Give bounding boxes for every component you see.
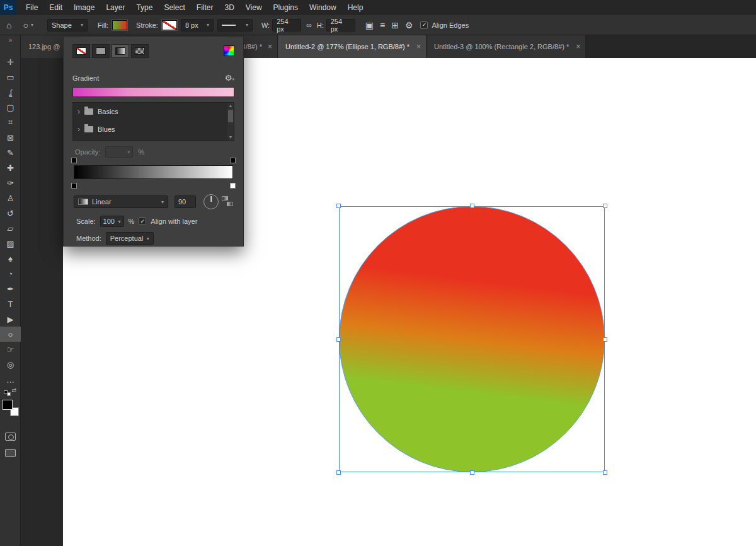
path-operations-icon[interactable]: ▣ (365, 20, 374, 30)
gear-icon[interactable]: ⚙ (405, 20, 413, 30)
scroll-down-icon[interactable]: ▼ (227, 134, 234, 141)
blur-tool[interactable]: ♠ (0, 251, 21, 266)
gradient-style-select[interactable]: Linear ▾ (74, 195, 168, 208)
color-picker-icon[interactable] (224, 45, 234, 56)
history-brush-tool[interactable]: ↺ (0, 206, 21, 221)
lasso-tool[interactable]: ʆ (0, 84, 21, 100)
scrollbar[interactable]: ▲ ▼ (227, 103, 234, 141)
handle-middle-left[interactable] (336, 337, 341, 342)
menu-plugins[interactable]: Plugins (268, 0, 304, 15)
type-tool[interactable]: T (0, 296, 21, 311)
tool-preset-ellipse-icon[interactable]: ○ (23, 20, 28, 30)
tool-mode-select[interactable]: Shape ▾ (47, 19, 88, 32)
path-selection-tool[interactable]: ▶ (0, 311, 21, 327)
menu-image[interactable]: Image (68, 0, 100, 15)
reverse-gradient-icon[interactable] (222, 196, 233, 206)
pattern-button[interactable] (131, 44, 149, 58)
foreground-color-swatch[interactable] (3, 400, 13, 410)
close-icon[interactable]: × (268, 42, 272, 51)
menu-view[interactable]: View (240, 0, 268, 15)
stroke-width-select[interactable]: 8 px ▾ (181, 19, 214, 32)
clone-stamp-tool[interactable]: ♙ (0, 190, 21, 206)
object-selection-tool[interactable]: ▢ (0, 100, 21, 115)
handle-middle-right[interactable] (603, 337, 607, 342)
foreground-background-swatches[interactable] (3, 400, 19, 416)
swap-colors-icon[interactable]: ⇄ (4, 388, 16, 396)
fill-swatch[interactable] (112, 20, 127, 30)
solid-color-icon (96, 47, 106, 55)
ellipse-tool[interactable]: ○ (0, 327, 21, 342)
tab-untitled-2[interactable]: Untitled-2 @ 177% (Ellipse 1, RGB/8#) * … (278, 35, 427, 58)
handle-bottom-right[interactable] (603, 470, 607, 475)
scale-field[interactable]: 100 ▾ (100, 216, 124, 227)
color-stop-left[interactable] (71, 183, 77, 189)
align-with-layer-checkbox[interactable]: ✓ (139, 218, 146, 225)
path-arrangement-icon[interactable]: ⊞ (391, 20, 399, 30)
align-edges-checkbox[interactable]: ✓ (420, 21, 428, 29)
gradient-settings-gear-icon[interactable]: ⚙▾ (225, 73, 234, 83)
align-with-layer-label: Align with layer (151, 218, 197, 225)
gradient-tool[interactable]: ▨ (0, 236, 21, 251)
opacity-stop-right[interactable] (230, 158, 236, 163)
gradient-preset-list: › Basics › Blues ▲ ▼ (72, 102, 234, 141)
width-field[interactable]: 254 px (272, 19, 301, 32)
menu-file[interactable]: File (20, 0, 43, 15)
chevron-down-icon: ▾ (161, 199, 164, 205)
rectangular-marquee-tool[interactable]: ▭ (0, 69, 21, 84)
scroll-up-icon[interactable]: ▲ (227, 103, 234, 109)
gradient-fill-icon (115, 47, 125, 55)
close-icon[interactable]: × (416, 42, 421, 51)
hand-tool[interactable]: ☞ (0, 342, 21, 357)
opacity-field[interactable]: ▾ (105, 146, 133, 158)
solid-color-button[interactable] (92, 44, 110, 58)
menu-layer[interactable]: Layer (100, 0, 130, 15)
toolbar-collapse-icon[interactable]: » (0, 37, 21, 44)
current-gradient-preview[interactable] (72, 87, 234, 97)
tab-untitled-3[interactable]: Untitled-3 @ 100% (Rectangle 2, RGB/8#) … (427, 35, 586, 58)
preset-folder-basics[interactable]: › Basics (73, 103, 234, 120)
brush-tool[interactable]: ✑ (0, 175, 21, 190)
menu-window[interactable]: Window (304, 0, 342, 15)
menu-type[interactable]: Type (130, 0, 158, 15)
method-select[interactable]: Perceptual ▾ (106, 232, 154, 245)
path-alignment-icon[interactable]: ≡ (380, 20, 385, 30)
menu-help[interactable]: Help (342, 0, 369, 15)
handle-top-right[interactable] (603, 204, 607, 208)
handle-top-left[interactable] (336, 204, 341, 208)
color-stop-right[interactable] (230, 183, 236, 189)
stroke-style-select[interactable]: ▾ (217, 19, 253, 32)
handle-top-middle[interactable] (470, 204, 474, 208)
link-dimensions-icon[interactable]: ∞ (306, 21, 312, 30)
quick-mask-icon[interactable] (5, 433, 16, 441)
menu-3d[interactable]: 3D (219, 0, 239, 15)
close-icon[interactable]: × (576, 42, 580, 51)
no-color-button[interactable] (72, 44, 90, 58)
opacity-stop-left[interactable] (71, 158, 77, 163)
handle-bottom-middle[interactable] (470, 470, 474, 475)
menu-select[interactable]: Select (158, 0, 190, 15)
menu-filter[interactable]: Filter (191, 0, 219, 15)
height-field[interactable]: 254 px (326, 19, 355, 32)
handle-bottom-left[interactable] (336, 470, 341, 475)
scrollbar-thumb[interactable] (228, 110, 233, 122)
menu-edit[interactable]: Edit (43, 0, 68, 15)
eraser-tool[interactable]: ▱ (0, 221, 21, 236)
angle-field[interactable]: 90 (175, 195, 196, 208)
selection-bounding-box (339, 206, 605, 472)
frame-tool[interactable]: ⊠ (0, 130, 21, 145)
gradient-button[interactable] (112, 44, 129, 58)
screen-mode-icon[interactable] (5, 449, 16, 457)
healing-brush-tool[interactable]: ✚ (0, 160, 21, 175)
angle-dial[interactable] (203, 194, 219, 209)
preset-folder-blues[interactable]: › Blues (73, 120, 234, 138)
crop-tool[interactable]: ⌗ (0, 115, 21, 130)
stroke-swatch[interactable] (162, 20, 177, 30)
dodge-tool[interactable]: ◔ (0, 266, 21, 281)
gradient-editor-bar[interactable] (74, 165, 233, 179)
zoom-tool[interactable]: ◎ (0, 357, 21, 372)
move-tool[interactable]: ✛ (0, 54, 21, 69)
eyedropper-tool[interactable]: ✎ (0, 145, 21, 160)
more-tools-button[interactable]: … (0, 372, 21, 387)
home-icon[interactable]: ⌂ (6, 20, 11, 30)
pen-tool[interactable]: ✒ (0, 281, 21, 296)
